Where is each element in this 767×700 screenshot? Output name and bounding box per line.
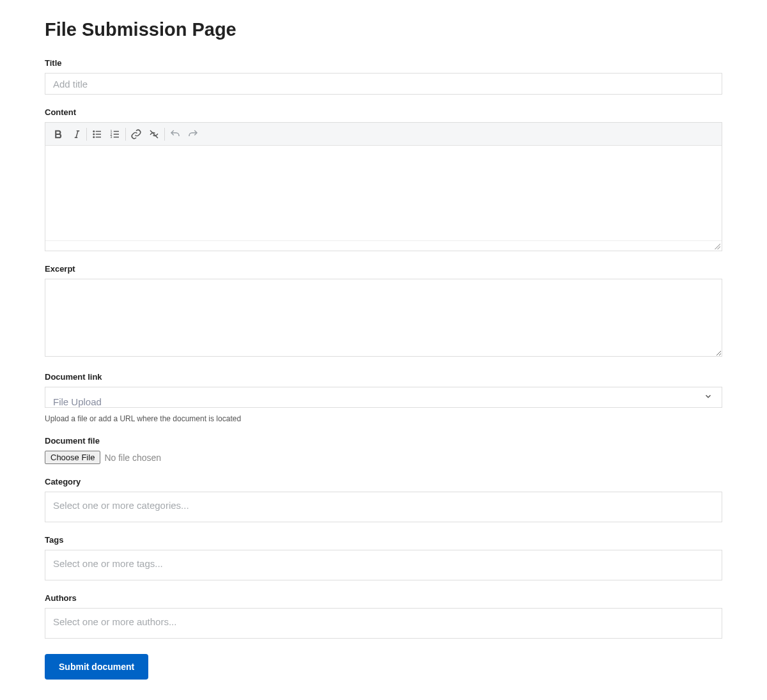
document-link-select[interactable]: File Upload [45,387,722,408]
document-link-helper: Upload a file or add a URL where the doc… [45,414,722,423]
authors-label: Authors [45,593,722,603]
svg-point-5 [93,134,95,135]
svg-text:3: 3 [111,135,112,139]
page-title: File Submission Page [45,19,722,40]
authors-input[interactable]: Select one or more authors... [45,608,722,639]
bold-icon[interactable] [49,125,67,143]
document-file-row: Choose File No file chosen [45,451,722,464]
redo-icon[interactable] [184,125,202,143]
toolbar-separator [86,128,87,141]
unlink-icon[interactable] [145,125,163,143]
category-input[interactable]: Select one or more categories... [45,492,722,522]
undo-icon[interactable] [166,125,184,143]
field-tags: Tags Select one or more tags... [45,535,722,580]
document-link-label: Document link [45,372,722,382]
toolbar-separator [164,128,165,141]
field-title: Title [45,58,722,95]
content-editor: 1 2 3 [45,122,722,251]
tags-label: Tags [45,535,722,545]
tags-placeholder: Select one or more tags... [53,558,163,569]
resize-handle[interactable] [714,243,720,249]
editor-statusbar [45,240,722,251]
field-authors: Authors Select one or more authors... [45,593,722,639]
editor-toolbar: 1 2 3 [45,123,722,146]
svg-point-7 [93,136,95,137]
link-icon[interactable] [127,125,145,143]
field-category: Category Select one or more categories..… [45,477,722,522]
field-document-file: Document file Choose File No file chosen [45,436,722,464]
bullet-list-icon[interactable] [88,125,106,143]
toolbar-separator [125,128,126,141]
content-label: Content [45,107,722,117]
category-label: Category [45,477,722,486]
field-content: Content [45,107,722,251]
category-placeholder: Select one or more categories... [53,500,189,511]
field-excerpt: Excerpt [45,264,722,359]
file-status-text: No file chosen [104,453,161,463]
excerpt-label: Excerpt [45,264,722,274]
chevron-down-icon [704,392,713,403]
content-textarea[interactable] [45,146,722,240]
title-label: Title [45,58,722,68]
authors-placeholder: Select one or more authors... [53,616,176,627]
svg-line-2 [76,130,78,137]
document-link-selected: File Upload [53,396,102,407]
document-file-label: Document file [45,436,722,446]
svg-point-3 [93,130,95,132]
ordered-list-icon[interactable]: 1 2 3 [106,125,124,143]
choose-file-button[interactable]: Choose File [45,451,100,464]
title-input[interactable] [45,73,722,95]
field-document-link: Document link File Upload Upload a file … [45,372,722,423]
page-root: File Submission Page Title Content [0,0,767,700]
submit-document-button[interactable]: Submit document [45,654,148,680]
excerpt-textarea[interactable] [45,279,722,357]
italic-icon[interactable] [67,125,85,143]
tags-input[interactable]: Select one or more tags... [45,550,722,580]
